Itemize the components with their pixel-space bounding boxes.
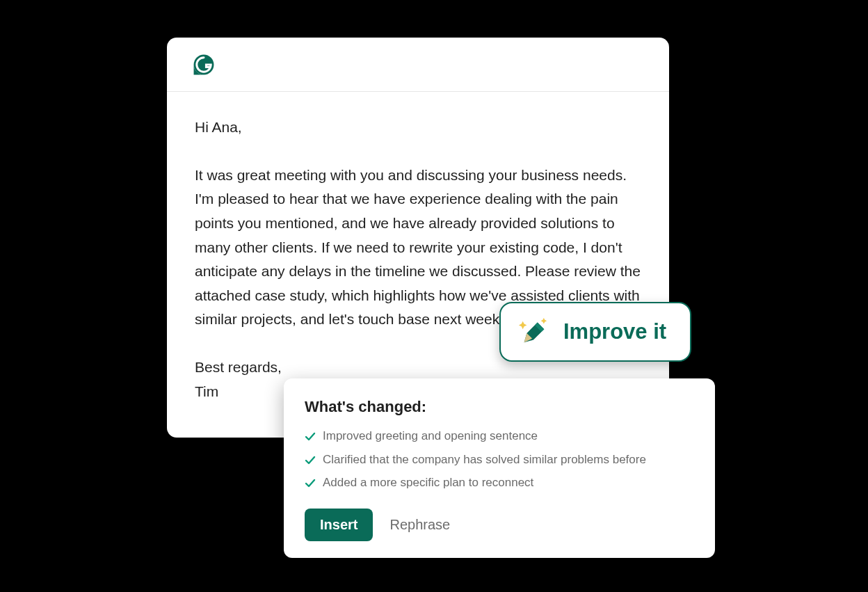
improve-pencil-icon <box>517 316 549 348</box>
list-item: Added a more specific plan to reconnect <box>305 474 694 492</box>
insert-button[interactable]: Insert <box>305 509 373 541</box>
change-item-text: Added a more specific plan to reconnect <box>323 474 533 492</box>
editor-body[interactable]: Hi Ana, It was great meeting with you an… <box>167 92 669 427</box>
list-item: Improved greeting and opening sentence <box>305 427 694 445</box>
check-icon <box>305 454 316 465</box>
improve-it-button[interactable]: Improve it <box>499 302 691 362</box>
change-item-text: Improved greeting and opening sentence <box>323 427 538 445</box>
check-icon <box>305 477 316 488</box>
check-icon <box>305 430 316 441</box>
rephrase-button[interactable]: Rephrase <box>389 517 450 533</box>
changes-card: What's changed: Improved greeting and op… <box>284 378 715 558</box>
changes-list: Improved greeting and opening sentence C… <box>305 427 694 492</box>
email-greeting: Hi Ana, <box>195 115 641 140</box>
editor-card: Hi Ana, It was great meeting with you an… <box>167 38 669 438</box>
improve-it-label: Improve it <box>563 319 666 344</box>
changes-title: What's changed: <box>305 398 694 416</box>
list-item: Clarified that the company has solved si… <box>305 451 694 469</box>
changes-actions: Insert Rephrase <box>305 509 694 541</box>
grammarly-logo-icon <box>192 53 216 77</box>
change-item-text: Clarified that the company has solved si… <box>323 451 646 469</box>
editor-header <box>167 38 669 92</box>
